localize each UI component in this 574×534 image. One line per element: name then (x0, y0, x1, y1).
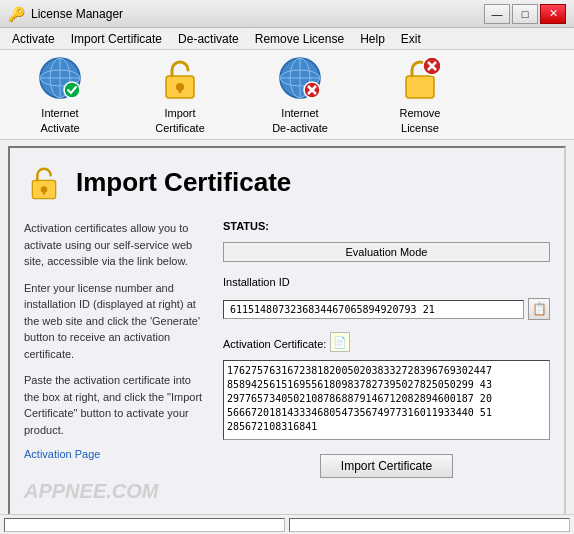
statusbar-panel-right (289, 518, 570, 532)
toolbar-internet-deactivate[interactable]: InternetDe-activate (260, 54, 340, 135)
install-id-row: 6115148073236834467065894920793 21 📋 (223, 298, 550, 320)
svg-rect-17 (406, 76, 434, 98)
title-bar: 🔑 License Manager — □ ✕ (0, 0, 574, 28)
toolbar-activate-label: InternetActivate (40, 106, 79, 135)
svg-point-5 (64, 82, 80, 98)
inner-content: Activation certificates allow you to act… (24, 220, 550, 503)
header-lock-icon (24, 162, 64, 202)
appnee-watermark: APPNEE.COM (24, 480, 209, 503)
toolbar: InternetActivate ImportCertificate Inter… (0, 50, 574, 140)
toolbar-deactivate-label: InternetDe-activate (272, 106, 328, 135)
title-controls: — □ ✕ (484, 4, 566, 24)
toolbar-import-certificate[interactable]: ImportCertificate (140, 54, 220, 135)
toolbar-remove-label: RemoveLicense (400, 106, 441, 135)
install-id-label: Installation ID (223, 276, 550, 288)
toolbar-remove-license[interactable]: RemoveLicense (380, 54, 460, 135)
copy-install-id-button[interactable]: 📋 (528, 298, 550, 320)
cert-label: Activation Certificate: (223, 338, 326, 350)
content-title: Import Certificate (76, 167, 291, 198)
cert-textarea[interactable] (223, 360, 550, 440)
description-para2: Enter your license number and installati… (24, 280, 209, 363)
activation-page-link[interactable]: Activation Page (24, 448, 209, 460)
minimize-button[interactable]: — (484, 4, 510, 24)
content-wrapper: Import Certificate Activation certificat… (8, 146, 566, 519)
maximize-button[interactable]: □ (512, 4, 538, 24)
description-para3: Paste the activation certificate into th… (24, 372, 209, 438)
menu-remove-license[interactable]: Remove License (247, 30, 352, 48)
content-header: Import Certificate (24, 162, 550, 208)
import-certificate-button[interactable]: Import Certificate (320, 454, 453, 478)
description-para1: Activation certificates allow you to act… (24, 220, 209, 270)
status-label: STATUS: (223, 220, 550, 232)
left-panel: Activation certificates allow you to act… (24, 220, 209, 503)
paste-cert-button[interactable]: 📄 (330, 332, 350, 352)
menu-import-certificate[interactable]: Import Certificate (63, 30, 170, 48)
internet-deactivate-icon (276, 54, 324, 102)
menu-activate[interactable]: Activate (4, 30, 63, 48)
status-value: Evaluation Mode (223, 242, 550, 262)
statusbar (0, 514, 574, 534)
internet-activate-icon (36, 54, 84, 102)
toolbar-import-label: ImportCertificate (155, 106, 205, 135)
remove-license-icon (396, 54, 444, 102)
menu-help[interactable]: Help (352, 30, 393, 48)
close-button[interactable]: ✕ (540, 4, 566, 24)
menu-bar: Activate Import Certificate De-activate … (0, 28, 574, 50)
statusbar-panel-left (4, 518, 285, 532)
menu-deactivate[interactable]: De-activate (170, 30, 247, 48)
right-panel: STATUS: Evaluation Mode Installation ID … (223, 220, 550, 503)
title-bar-left: 🔑 License Manager (8, 6, 123, 22)
install-id-value: 6115148073236834467065894920793 21 (223, 300, 524, 319)
window-title: License Manager (31, 7, 123, 21)
cert-label-row: Activation Certificate: 📄 (223, 332, 550, 352)
import-certificate-icon (156, 54, 204, 102)
app-icon: 🔑 (8, 6, 25, 22)
menu-exit[interactable]: Exit (393, 30, 429, 48)
toolbar-internet-activate[interactable]: InternetActivate (20, 54, 100, 135)
